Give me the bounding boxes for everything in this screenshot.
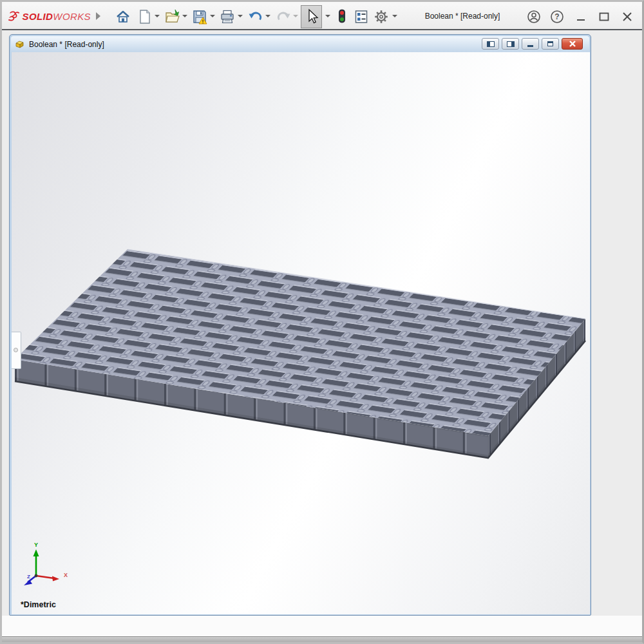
doc-close-icon (568, 40, 577, 48)
doc-restore-button[interactable] (542, 38, 559, 50)
doc-minimize-icon (527, 45, 533, 47)
brand-solid: SOLID (22, 11, 53, 22)
featuremanager-collapse-tab[interactable] (12, 332, 21, 369)
axis-y-label: Y (34, 542, 38, 548)
doc-pane-left-button[interactable] (482, 38, 499, 50)
pane-left-icon (487, 41, 495, 47)
minimize-icon (575, 9, 587, 24)
main-toolbar: SOLIDWORKS (2, 2, 642, 30)
maximize-icon (598, 9, 611, 24)
axis-z-label: Z (27, 574, 30, 580)
open-dropdown[interactable] (182, 15, 187, 17)
open-folder-icon (164, 9, 181, 24)
redo-icon (276, 9, 291, 24)
document-window-buttons (482, 38, 583, 50)
solidworks-window: SOLIDWORKS (0, 0, 644, 644)
window-close-button[interactable] (618, 7, 636, 26)
collapse-tab-knob-icon (14, 348, 18, 352)
solidworks-logo: SOLIDWORKS (7, 6, 91, 26)
undo-icon (248, 9, 263, 24)
graphics-viewport[interactable]: Y X Z *Dimetric (12, 52, 590, 614)
reference-triad: Y X Z (17, 539, 81, 597)
model-3d-plate[interactable] (12, 52, 590, 614)
doc-restore-icon (547, 41, 553, 46)
print-icon (220, 9, 235, 24)
axis-y-arrow (33, 549, 39, 556)
close-icon (621, 9, 634, 24)
print-button[interactable] (218, 7, 236, 26)
gear-icon (374, 9, 389, 24)
pane-right-icon (507, 41, 515, 47)
account-button[interactable] (525, 7, 543, 26)
window-minimize-button[interactable] (572, 7, 590, 26)
window-maximize-button[interactable] (595, 7, 613, 26)
home-icon (115, 9, 131, 24)
doc-close-button[interactable] (562, 38, 583, 50)
stoplight-icon (336, 8, 348, 25)
document-titlebar[interactable]: Boolean * [Read-only] (11, 36, 589, 52)
undo-button[interactable] (247, 7, 265, 26)
redo-dropdown[interactable] (293, 15, 298, 17)
print-dropdown[interactable] (238, 15, 243, 17)
svg-text:?: ? (554, 12, 559, 21)
axis-x-arrow (52, 576, 59, 582)
select-tool-button[interactable] (301, 5, 322, 28)
help-button[interactable]: ? (548, 7, 566, 26)
new-document-dropdown[interactable] (155, 15, 160, 17)
open-button[interactable] (164, 7, 182, 26)
document-window: Boolean * [Read-only] (9, 34, 591, 616)
save-icon (192, 9, 207, 24)
home-button[interactable] (114, 7, 132, 26)
settings-button[interactable] (372, 7, 390, 26)
select-dropdown[interactable] (325, 15, 330, 17)
axis-z-arrow (24, 580, 32, 586)
toolbar-document-title: Boolean * [Read-only] (398, 2, 527, 30)
document-title: Boolean * [Read-only] (29, 40, 104, 49)
mdi-area: Boolean * [Read-only] (2, 32, 642, 642)
settings-dropdown[interactable] (392, 15, 397, 17)
save-dropdown[interactable] (210, 15, 215, 17)
part-document-icon (15, 39, 26, 50)
report-button[interactable] (352, 7, 370, 26)
new-document-button[interactable] (136, 7, 154, 26)
dassault-logo-icon (7, 7, 20, 25)
brand-works: WORKS (53, 11, 91, 22)
status-bar (2, 636, 642, 642)
save-button[interactable] (191, 7, 209, 26)
report-list-icon (354, 9, 369, 24)
select-cursor-icon (305, 8, 319, 25)
mdi-bottom-strip (2, 616, 642, 636)
doc-pane-right-button[interactable] (502, 38, 519, 50)
new-document-icon (138, 9, 152, 24)
undo-dropdown[interactable] (265, 15, 270, 17)
help-icon: ? (549, 9, 565, 24)
view-orientation-label: *Dimetric (21, 600, 56, 609)
doc-minimize-button[interactable] (522, 38, 539, 50)
interference-light-button[interactable] (333, 7, 351, 26)
toolbar-flyout-chevron-icon[interactable] (96, 12, 100, 20)
axis-x-label: X (64, 572, 68, 578)
redo-button[interactable] (274, 7, 292, 26)
account-icon (526, 9, 542, 24)
